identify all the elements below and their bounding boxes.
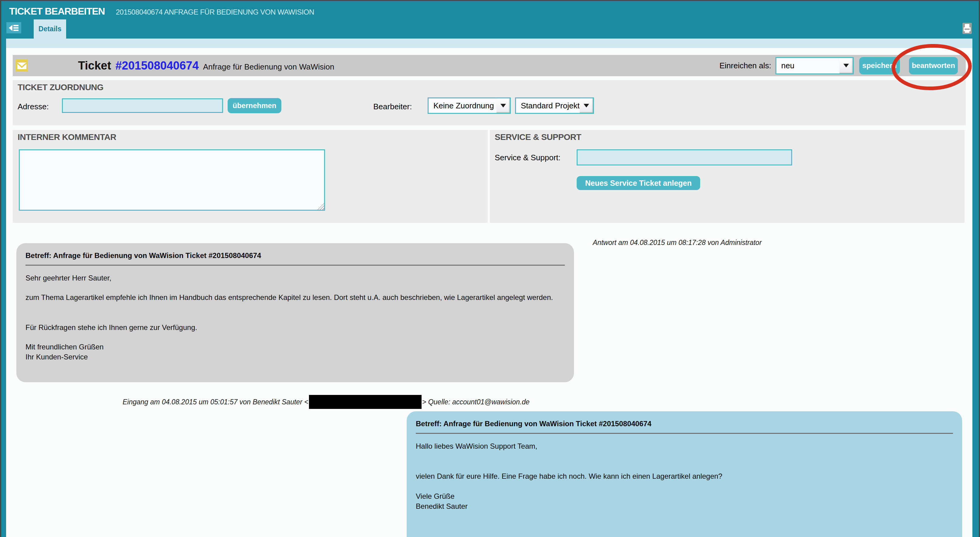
content-top-strip: [6, 38, 972, 48]
tab-details[interactable]: Details: [34, 19, 66, 38]
address-input[interactable]: [62, 98, 223, 113]
ticket-subject: Anfrage für Bedienung von WaWision: [203, 62, 334, 72]
inbound-closing-2: Benedikt Sauter: [416, 501, 953, 511]
ticket-number: #201508040674: [115, 59, 199, 72]
ticket-assignment-section: TICKET ZUORDNUNG Adresse: übernehmen Bea…: [13, 80, 966, 125]
internal-comment-heading: INTERNER KOMMENTAR: [18, 132, 116, 142]
inbound-meta: Eingang am 04.08.2015 um 05:01:57 von Be…: [123, 394, 530, 410]
inbound-body: vielen Dank für eure Hilfe. Eine Frage h…: [416, 471, 953, 481]
printer-icon: [963, 23, 972, 34]
collapse-panel-icon: [9, 24, 19, 32]
reply-closing-2: Ihr Kunden-Service: [25, 352, 565, 362]
tab-details-label: Details: [38, 25, 61, 33]
inbound-closing-1: Viele Grüße: [416, 491, 953, 501]
reply-greeting: Sehr geehrter Herr Sauter,: [25, 273, 565, 283]
project-select-value: Standard Projekt: [516, 101, 580, 110]
collapse-panel-button[interactable]: [6, 22, 21, 33]
service-support-heading: SERVICE & SUPPORT: [495, 132, 581, 142]
submit-as-label: Einreichen als:: [719, 61, 771, 70]
address-label: Adresse:: [18, 102, 49, 112]
answer-button[interactable]: beantworten: [909, 57, 958, 74]
editor-select[interactable]: Keine Zuordnung: [428, 97, 511, 114]
submit-as-select[interactable]: neu: [775, 57, 854, 74]
dropdown-arrow-icon: [580, 98, 593, 113]
subject-divider: [416, 433, 953, 434]
redacted-email-box: [309, 395, 422, 409]
submit-as-value: neu: [776, 61, 840, 70]
project-select[interactable]: Standard Projekt: [515, 97, 594, 114]
reply-message-bubble: Betreff: Anfrage für Bedienung von WaWis…: [16, 243, 574, 382]
content-area: Ticket #201508040674 Anfrage für Bedienu…: [6, 48, 972, 537]
assignment-heading: TICKET ZUORDNUNG: [18, 83, 103, 92]
internal-comment-textarea[interactable]: [19, 149, 325, 211]
service-support-label: Service & Support:: [495, 153, 560, 163]
mail-icon: [16, 59, 28, 72]
submit-group: Einreichen als: neu speichern beantworte…: [719, 57, 958, 74]
editor-select-value: Keine Zuordnung: [428, 101, 496, 110]
reply-body-1: zum Thema Lagerartikel empfehle ich Ihne…: [25, 292, 565, 302]
inbound-meta-suffix: > Quelle: account01@wawision.de: [422, 398, 530, 406]
dropdown-arrow-icon: [840, 58, 853, 73]
app-window: TICKET BEARBEITEN 201508040674 ANFRAGE F…: [1, 1, 979, 537]
inbound-greeting: Hallo liebes WaWision Support Team,: [416, 441, 953, 451]
dropdown-arrow-icon: [496, 98, 510, 113]
service-support-section: SERVICE & SUPPORT Service & Support: Neu…: [490, 130, 964, 223]
inbound-message-bubble: Betreff: Anfrage für Bedienung von WaWis…: [407, 411, 962, 537]
create-service-ticket-button[interactable]: Neues Service Ticket anlegen: [577, 176, 700, 190]
inbound-meta-prefix: Eingang am 04.08.2015 um 05:01:57 von Be…: [123, 398, 309, 406]
ticket-header-bar: Ticket #201508040674 Anfrage für Bedienu…: [13, 55, 966, 76]
reply-closing-1: Mit freundlichen Grüßen: [25, 342, 565, 352]
save-button[interactable]: speichern: [859, 57, 900, 74]
inbound-subject: Betreff: Anfrage für Bedienung von WaWis…: [416, 416, 953, 433]
service-support-input[interactable]: [577, 149, 792, 166]
page-title: TICKET BEARBEITEN: [9, 6, 105, 17]
ticket-title: Ticket #201508040674 Anfrage für Bedienu…: [78, 59, 334, 72]
internal-comment-section: INTERNER KOMMENTAR: [13, 130, 488, 223]
subject-divider: [25, 265, 565, 266]
screenshot-root: TICKET BEARBEITEN 201508040674 ANFRAGE F…: [0, 0, 980, 537]
app-header: TICKET BEARBEITEN 201508040674 ANFRAGE F…: [1, 1, 979, 20]
editor-label: Bearbeiter:: [373, 102, 412, 112]
reply-body-2: Für Rückfragen stehe ich Ihnen gerne zur…: [25, 322, 565, 332]
print-button[interactable]: [963, 23, 972, 34]
apply-address-button[interactable]: übernehmen: [228, 98, 282, 113]
ticket-title-label: Ticket: [78, 59, 111, 72]
page-subtitle: 201508040674 ANFRAGE FÜR BEDIENUNG VON W…: [116, 8, 314, 16]
reply-subject: Betreff: Anfrage für Bedienung von WaWis…: [25, 248, 565, 265]
reply-meta: Antwort am 04.08.2015 um 08:17:28 von Ad…: [593, 239, 762, 247]
